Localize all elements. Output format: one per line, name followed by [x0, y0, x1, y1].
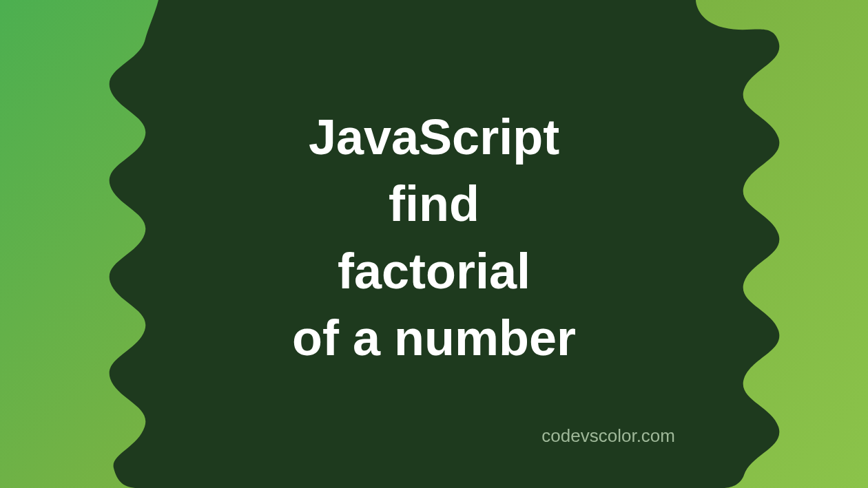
title-line-4: of a number [292, 305, 576, 372]
title-line-3: factorial [292, 238, 576, 305]
attribution-text: codevscolor.com [541, 425, 675, 447]
title-line-1: JavaScript [292, 104, 576, 171]
title-line-2: find [292, 171, 576, 237]
content-area: JavaScript find factorial of a number co… [0, 0, 868, 488]
banner-title: JavaScript find factorial of a number [292, 104, 576, 372]
